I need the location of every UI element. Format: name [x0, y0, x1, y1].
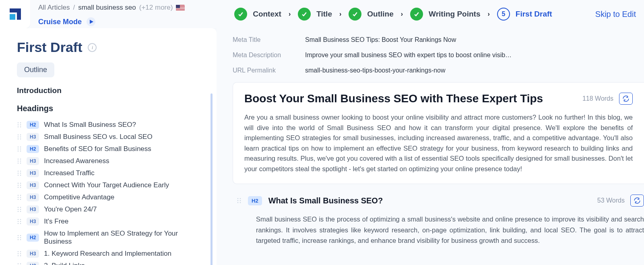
breadcrumb: All Articles / small business seo (+12 m…: [38, 2, 199, 26]
outline-item[interactable]: H3Increased Traffic: [17, 167, 205, 179]
svg-point-76: [237, 198, 239, 199]
svg-point-18: [18, 149, 19, 150]
step-first-draft[interactable]: 5 First Draft: [497, 8, 552, 21]
skip-to-edit-button[interactable]: Skip to Edit: [595, 10, 636, 19]
drag-handle-icon[interactable]: [17, 234, 22, 241]
svg-point-6: [18, 124, 19, 126]
outline-item-label: Competitive Advantage: [44, 193, 114, 201]
drag-handle-icon[interactable]: [17, 251, 22, 257]
outline-pill[interactable]: Outline: [17, 62, 54, 77]
svg-point-19: [20, 149, 21, 150]
svg-point-81: [240, 202, 241, 203]
drag-handle-icon[interactable]: [17, 182, 22, 188]
svg-point-8: [18, 126, 19, 128]
drag-handle-icon[interactable]: [17, 122, 22, 128]
meta-description-value[interactable]: Improve your small business SEO with exp…: [305, 52, 512, 59]
drag-handle-icon[interactable]: [17, 206, 22, 213]
step-title[interactable]: Title: [298, 8, 332, 21]
outline-item-label: Increased Traffic: [44, 169, 94, 177]
outline-item-label: 2. Build Links: [44, 262, 85, 265]
meta-title-label: Meta Title: [233, 36, 305, 43]
section-block: H2 What Is Small Business SEO? 53 Words …: [233, 195, 644, 246]
introduction-heading[interactable]: Introduction: [17, 86, 205, 95]
step-number-icon: 5: [497, 8, 510, 21]
breadcrumb-topic[interactable]: small business seo: [78, 4, 136, 12]
outline-item[interactable]: H2Benefits of SEO for Small Business: [17, 143, 205, 155]
play-icon[interactable]: [87, 17, 95, 26]
svg-point-66: [18, 253, 19, 255]
outline-item[interactable]: H2How to Implement an SEO Strategy for Y…: [17, 228, 205, 248]
drag-handle-icon[interactable]: [237, 197, 242, 204]
refresh-icon: [634, 197, 641, 204]
breadcrumb-all[interactable]: All Articles: [38, 4, 70, 12]
step-label: Context: [253, 10, 281, 19]
outline-item[interactable]: H3It's Free: [17, 215, 205, 228]
outline-item[interactable]: H3Small Business SEO vs. Local SEO: [17, 131, 205, 143]
outline-item-label: Benefits of SEO for Small Business: [44, 145, 151, 153]
svg-point-48: [18, 209, 19, 210]
article-body[interactable]: Are you a small business owner looking t…: [244, 112, 633, 174]
outline-item[interactable]: H3Competitive Advantage: [17, 191, 205, 203]
step-outline[interactable]: Outline: [349, 8, 393, 21]
svg-point-56: [18, 223, 19, 224]
svg-point-17: [20, 147, 21, 148]
drag-handle-icon[interactable]: [17, 218, 22, 225]
svg-point-58: [18, 235, 19, 236]
svg-point-22: [18, 159, 19, 160]
svg-point-34: [18, 183, 19, 184]
logo[interactable]: [0, 0, 30, 28]
drag-handle-icon[interactable]: [17, 194, 22, 201]
drag-handle-icon[interactable]: [17, 134, 22, 140]
svg-point-46: [18, 207, 19, 208]
svg-point-21: [20, 151, 21, 152]
refresh-button[interactable]: [630, 195, 644, 207]
meta-url-value[interactable]: small-business-seo-tips-boost-your-ranki…: [305, 67, 446, 74]
svg-point-70: [18, 263, 19, 265]
outline-item-label: Connect With Your Target Audience Early: [44, 181, 169, 189]
svg-point-67: [20, 253, 21, 255]
meta-title-value[interactable]: Small Business SEO Tips: Boost Your Rank…: [305, 36, 456, 43]
svg-point-68: [18, 255, 19, 257]
drag-handle-icon[interactable]: [17, 158, 22, 164]
refresh-button[interactable]: [619, 93, 633, 105]
article-word-count: 118 Words: [582, 95, 613, 102]
outline-item[interactable]: H3You're Open 24/7: [17, 203, 205, 215]
svg-point-54: [18, 221, 19, 222]
chevron-right-icon: ›: [488, 10, 490, 18]
svg-point-47: [20, 207, 21, 208]
info-icon[interactable]: i: [88, 43, 97, 52]
sidebar: First Draft i Outline Introduction Headi…: [0, 28, 217, 265]
svg-point-44: [18, 199, 19, 200]
svg-point-64: [18, 251, 19, 253]
drag-handle-icon[interactable]: [17, 263, 22, 265]
step-context[interactable]: Context: [234, 8, 281, 21]
svg-point-36: [18, 185, 19, 186]
outline-item[interactable]: H3Increased Awareness: [17, 155, 205, 167]
cruise-mode-button[interactable]: Cruise Mode: [38, 18, 82, 26]
main-content: Meta Title Small Business SEO Tips: Boos…: [217, 28, 644, 265]
svg-point-30: [18, 173, 19, 174]
step-writing-points[interactable]: Writing Points: [410, 8, 480, 21]
breadcrumb-more[interactable]: (+12 more): [139, 4, 173, 12]
svg-point-57: [20, 223, 21, 224]
outline-item[interactable]: H31. Keyword Research and Implementation: [17, 248, 205, 260]
svg-point-9: [20, 126, 21, 128]
svg-point-28: [18, 171, 19, 172]
outline-tree: H2What Is Small Business SEO?H3Small Bus…: [17, 119, 205, 265]
heading-tag-badge: H3: [27, 205, 39, 213]
section-body[interactable]: Small business SEO is the process of opt…: [237, 214, 644, 246]
outline-item[interactable]: H32. Build Links: [17, 260, 205, 265]
drag-handle-icon[interactable]: [17, 170, 22, 176]
drag-handle-icon[interactable]: [17, 146, 22, 152]
outline-item[interactable]: H2What Is Small Business SEO?: [17, 119, 205, 131]
flag-us-icon[interactable]: [176, 5, 185, 11]
chevron-right-icon: ›: [339, 10, 341, 18]
outline-item[interactable]: H3Connect With Your Target Audience Earl…: [17, 179, 205, 191]
logo-icon: [8, 7, 23, 21]
article-title: Boost Your Small Business SEO with These…: [244, 92, 543, 105]
scrollbar[interactable]: [211, 93, 213, 265]
svg-point-5: [20, 122, 21, 124]
check-icon: [298, 8, 311, 21]
svg-point-49: [20, 209, 21, 210]
svg-point-38: [18, 187, 19, 188]
